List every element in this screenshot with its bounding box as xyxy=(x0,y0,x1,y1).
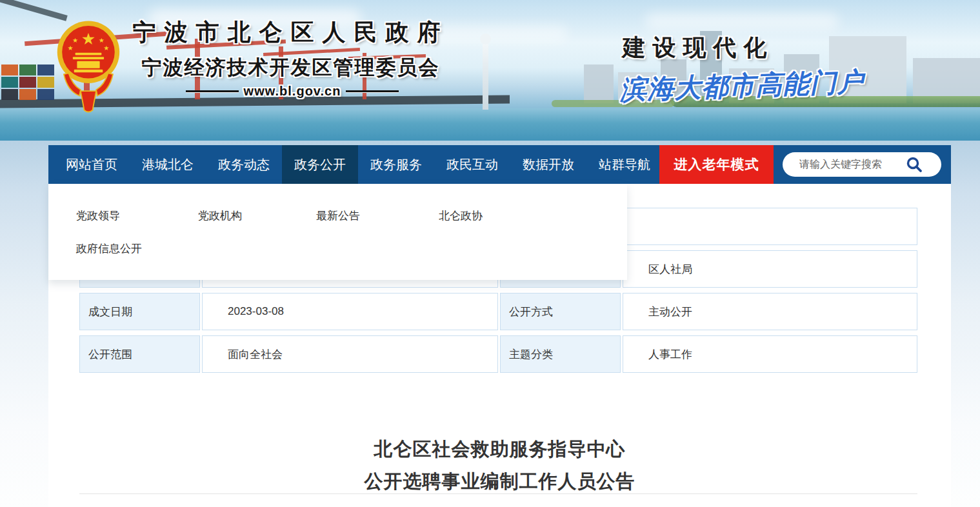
svg-text:★: ★ xyxy=(68,45,74,52)
site-url: www.bl.gov.cn xyxy=(244,84,341,99)
container-graphic xyxy=(1,77,18,88)
nav-item-gov-services[interactable]: 政务服务 xyxy=(358,145,434,184)
nav-item-public-interaction[interactable]: 政民互动 xyxy=(434,145,510,184)
nav-item-gov-disclosure[interactable]: 政务公开 xyxy=(282,145,358,184)
container-graphic xyxy=(1,65,18,75)
container-graphic xyxy=(19,89,36,100)
nav-item-open-data[interactable]: 数据开放 xyxy=(510,145,586,184)
search-input[interactable] xyxy=(798,158,904,171)
info-label-topic-category: 主题分类 xyxy=(500,335,621,373)
info-value-issuing-agency: 区人社局 xyxy=(623,250,917,288)
cloud-graphic xyxy=(645,13,839,30)
china-national-emblem-icon: ★ ★ ★ ★ ★ xyxy=(55,18,121,116)
main-navigation: 网站首页 港城北仑 政务动态 政务公开 政务服务 政民互动 数据开放 站群导航 … xyxy=(48,145,951,184)
svg-text:★: ★ xyxy=(81,30,95,48)
info-label-doc-date: 成文日期 xyxy=(79,293,200,330)
info-value-open-method: 主动公开 xyxy=(623,293,917,330)
site-url-row: www.bl.gov.cn xyxy=(186,84,399,99)
banner-slogan-line1: 建设现代化 xyxy=(588,32,808,64)
search-icon[interactable] xyxy=(905,155,923,174)
nav-item-gov-news[interactable]: 政务动态 xyxy=(206,145,282,184)
nav-items: 网站首页 港城北仑 政务动态 政务公开 政务服务 政民互动 数据开放 站群导航 xyxy=(54,145,663,184)
dropdown-item-party-gov-orgs[interactable]: 党政机构 xyxy=(198,208,242,223)
container-graphic xyxy=(19,65,36,75)
svg-text:★: ★ xyxy=(99,37,105,44)
dropdown-item-latest-announcements[interactable]: 最新公告 xyxy=(316,208,360,223)
info-value-doc-date: 2023-03-08 xyxy=(202,293,498,330)
tv-tower-graphic xyxy=(483,39,488,110)
info-value xyxy=(623,208,917,245)
nav-item-home[interactable]: 网站首页 xyxy=(54,145,130,184)
dropdown-item-party-gov-leaders[interactable]: 党政领导 xyxy=(76,208,120,223)
info-label-open-method: 公开方式 xyxy=(500,293,621,330)
info-value-topic-category: 人事工作 xyxy=(623,335,917,373)
container-graphic xyxy=(19,77,36,88)
document-title-line1: 北仑区社会救助服务指导中心 xyxy=(48,433,951,465)
url-divider-line xyxy=(346,90,399,92)
dropdown-item-gov-info-disclosure[interactable]: 政府信息公开 xyxy=(76,241,142,256)
sea-graphic xyxy=(0,108,980,141)
info-label-open-scope: 公开范围 xyxy=(79,335,200,373)
nav-item-site-group-nav[interactable]: 站群导航 xyxy=(586,145,663,184)
tv-tower-graphic xyxy=(480,34,491,45)
nav-item-port-city-beilun[interactable]: 港城北仑 xyxy=(130,145,206,184)
elder-mode-button[interactable]: 进入老年模式 xyxy=(659,145,774,184)
container-graphic xyxy=(37,65,54,75)
svg-text:★: ★ xyxy=(103,45,109,52)
title-divider xyxy=(79,493,917,494)
svg-text:★: ★ xyxy=(72,37,78,44)
document-title-line2: 公开选聘事业编制工作人员公告 xyxy=(48,465,951,497)
document-title: 北仑区社会救助服务指导中心 公开选聘事业编制工作人员公告 xyxy=(48,433,951,497)
dropdown-item-beilun-cppcc[interactable]: 北仑政协 xyxy=(439,208,483,223)
container-graphic xyxy=(37,89,54,100)
nav-dropdown-panel: 党政领导 党政机构 最新公告 北仑政协 政府信息公开 xyxy=(48,184,627,280)
url-divider-line xyxy=(186,90,239,92)
site-title-line2: 宁波经济技术开发区管理委员会 xyxy=(128,54,454,81)
container-graphic xyxy=(37,77,54,88)
info-value-open-scope: 面向全社会 xyxy=(202,335,498,373)
search-box[interactable] xyxy=(783,152,941,177)
site-banner: ★ ★ ★ ★ ★ 宁波市北仑区人民政府 宁波经济技术开发区管理委员会 www.… xyxy=(0,0,980,141)
site-title-line1: 宁波市北仑区人民政府 xyxy=(128,17,454,48)
container-graphic xyxy=(1,89,18,100)
